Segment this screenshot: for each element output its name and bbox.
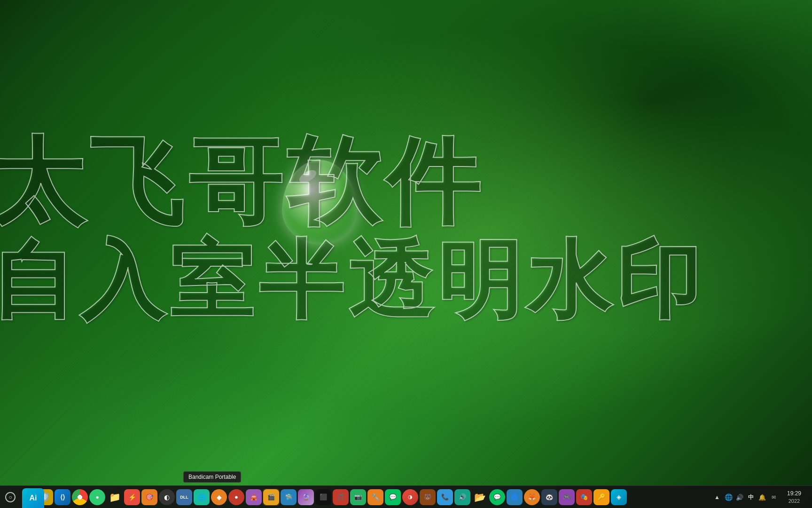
panda-icon[interactable]: 🐼 [541,489,558,506]
theater-icon[interactable]: 🎭 [576,489,593,506]
notification-icon[interactable]: 🔔 [757,492,767,502]
orange-app-icon[interactable]: ◆ [211,489,227,506]
bandicam-icon[interactable]: 🎬 [263,489,280,506]
speaker-icon[interactable]: 🔊 [454,489,471,506]
lightning-app-icon[interactable]: ⚡ [124,489,141,506]
half-circle-icon[interactable]: ◐ [158,489,175,506]
ai-icon[interactable]: Ai [22,488,44,508]
language-icon[interactable]: 中 [746,492,756,502]
wechat-icon[interactable]: 💬 [384,489,401,506]
watermark-line2: 自入室半透明水印 [0,234,812,327]
game-icon[interactable]: 🎮 [558,489,575,506]
swirl-icon[interactable]: 🌀 [506,489,523,506]
show-hidden-icons[interactable]: ▲ [712,492,722,502]
bandicam-tooltip: Bandicam Portable [183,471,241,483]
dll-app-icon[interactable]: DLL [176,489,193,506]
browser2-icon[interactable]: ◑ [402,489,419,506]
diamond-icon[interactable]: ◈ [610,489,627,506]
arch-app-icon[interactable]: ⟨⟩ [54,489,71,506]
wechat2-icon[interactable]: 💬 [489,489,506,506]
system-tray: ▲ 🌐 🔊 中 🔔 ✉ 19:29 [709,486,812,508]
bear-icon[interactable]: 🐻 [419,489,436,506]
file-explorer-icon[interactable]: 📂 [471,489,488,506]
crystal-icon[interactable]: 🔮 [297,489,314,506]
clock-time: 19:29 [787,490,801,498]
ai-label: Ai [30,494,37,502]
more-tray-icons[interactable]: ✉ [769,492,778,502]
watermark-container: 太飞哥软件 自入室半透明水印 [0,0,812,457]
fox-icon[interactable]: 🦊 [523,489,540,506]
taskbar-apps: 🛡️ ⟨⟩ ● 📁 [37,489,810,506]
music-icon[interactable]: 🎵 [332,489,349,506]
ufo-icon[interactable]: 🛸 [280,489,297,506]
circus-app-icon[interactable]: 🎪 [245,489,262,506]
globe-icon[interactable]: 🌐 [193,489,210,506]
green-app-icon[interactable]: ● [89,489,106,506]
start-button[interactable]: ○ [2,489,19,506]
clock[interactable]: 19:29 2022 [780,490,808,504]
taskbar: ○ ⊞ 🛡️ ⟨⟩ [0,485,812,508]
watermark-line1: 太飞哥软件 [0,130,812,234]
sound-icon[interactable]: 🔊 [735,492,744,502]
target-app-icon[interactable]: 🎯 [141,489,158,506]
camera-icon[interactable]: 📷 [350,489,367,506]
browser-icon[interactable] [71,489,88,506]
folder-icon[interactable]: 📁 [106,489,123,506]
clock-date: 2022 [789,498,800,504]
phone-icon[interactable]: 📞 [437,489,453,506]
desktop: 太飞哥软件 自入室半透明水印 Bandicam Portable ○ ⊞ 🛡️ [0,0,812,508]
network-icon[interactable]: 🌐 [724,492,733,502]
black-app-icon[interactable]: ⬛ [315,489,332,506]
key-icon[interactable]: 🔑 [593,489,610,506]
wrench-icon[interactable]: 🔧 [367,489,384,506]
red-circle-icon[interactable]: ● [228,489,245,506]
